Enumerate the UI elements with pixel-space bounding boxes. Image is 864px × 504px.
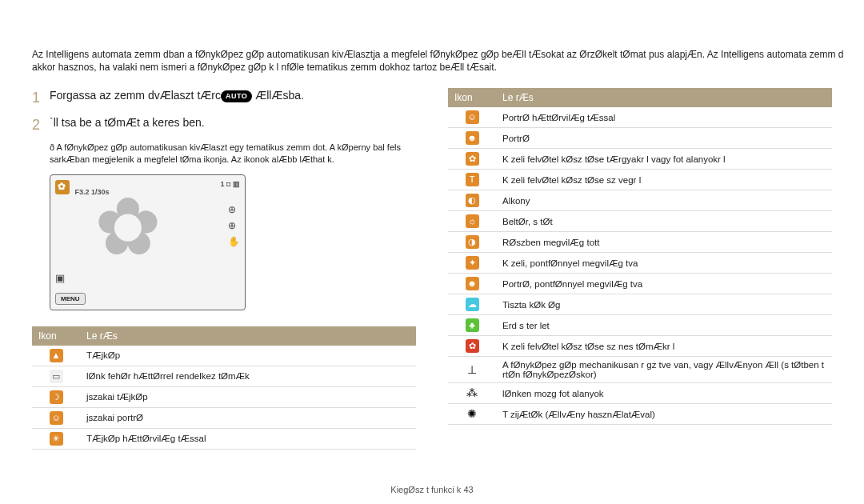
step-number: 1 — [32, 88, 43, 108]
scene-icon: ☼ — [466, 214, 479, 228]
scene-icon: ♣ — [466, 318, 479, 332]
icon-cell: ✿ — [448, 336, 496, 357]
footer-page: 43 — [463, 485, 473, 494]
scene-icon: ◑ — [466, 235, 479, 249]
desc-cell: K zeli, pontfØnnyel megvilÆg tva — [496, 253, 832, 274]
icon-cell: ☻ — [448, 128, 496, 149]
table-row: ◑RØszben megvilÆg tott — [448, 232, 832, 253]
desc-cell: K zeli felvØtel kØsz tØse tÆrgyakr l vag… — [496, 149, 832, 170]
mode-dial-icon: AUTO — [221, 90, 252, 102]
table-row: ▲TÆjkØp — [32, 346, 416, 366]
desc-cell: TÆjkØp hÆttØrvilÆg tÆssal — [80, 428, 416, 449]
table-row: ☽jszakai tÆjkØp — [32, 386, 416, 407]
scene-icon: ◐ — [466, 194, 479, 207]
table-row: ✿K zeli felvØtel kØsz tØse tÆrgyakr l va… — [448, 149, 832, 170]
desc-cell: K zeli felvØtel kØsz tØse sz nes tØmÆkr … — [496, 336, 832, 357]
camera-preview: F3.2 1/30s 1 ◘ ▥ ✿ ⊛ ⊕ ✋ ▣ MENU — [50, 174, 246, 310]
step1-post: ÆllÆsba. — [252, 89, 304, 102]
preview-topright: 1 ◘ ▥ — [221, 180, 240, 196]
scene-icon: ☻ — [466, 131, 479, 145]
desc-cell: PortrØ — [496, 128, 832, 149]
right-column: Ikon Le rÆs ☺PortrØ hÆttØrvilÆg tÆssal☻P… — [448, 88, 832, 449]
table-row: ⊥A fØnykØpez gØp mechanikusan r gz tve v… — [448, 357, 832, 383]
step-1: 1 Forgassa az zemm dvÆlaszt tÆrcAUTO Æll… — [32, 88, 416, 108]
scene-icon: ☺ — [50, 411, 63, 425]
desc-cell: TÆjkØp — [80, 346, 416, 366]
desc-cell: A fØnykØpez gØp mechanikusan r gz tve va… — [496, 357, 832, 383]
step1-pre: Forgassa az zemm dvÆlaszt tÆrc — [50, 89, 221, 102]
icon-cell: ◐ — [448, 190, 496, 211]
scene-icon: ☀ — [50, 432, 63, 446]
hand-icon: ✋ — [228, 236, 240, 247]
intro-paragraph: Az Intelligens automata zemm dban a fØny… — [32, 48, 848, 74]
page-footer: KiegØsz t funkci k 43 — [0, 485, 864, 494]
desc-cell: Tiszta kØk Øg — [496, 294, 832, 315]
th-icon: Ikon — [32, 326, 80, 346]
shot-count: 1 — [221, 180, 225, 188]
desc-cell: jszakai portrØ — [80, 407, 416, 428]
th-icon: Ikon — [448, 88, 496, 107]
scene-icon: ▲ — [50, 349, 63, 362]
scene-icon: ✦ — [466, 256, 479, 270]
desc-cell: K zeli felvØtel kØsz tØse sz vegr l — [496, 170, 832, 190]
scene-icon: ✿ — [466, 152, 479, 166]
th-desc: Le rÆs — [496, 88, 832, 107]
desc-cell: BeltØr, s tØt — [496, 211, 832, 232]
preview-right-icons: ⊛ ⊕ ✋ — [228, 204, 240, 247]
macro-icon — [55, 180, 70, 194]
table-row: ✦K zeli, pontfØnnyel megvilÆg tva — [448, 253, 832, 274]
scene-icon: ⊥ — [466, 363, 479, 377]
desc-cell: Erd s ter let — [496, 315, 832, 336]
flower-silhouette: ✿ — [94, 193, 214, 305]
icon-cell: T — [448, 170, 496, 190]
scene-icon: ☺ — [466, 110, 479, 124]
table-row: ☻PortrØ, pontfØnnyel megvilÆg tva — [448, 274, 832, 294]
scene-icon: ⁂ — [466, 386, 479, 400]
step-2: 2 `ll tsa be a tØmÆt a keres ben. — [32, 115, 416, 135]
icon-cell: ▲ — [32, 346, 80, 366]
icon-cell: ☁ — [448, 294, 496, 315]
scene-icon: ☽ — [50, 390, 63, 404]
table-row: ✺T zijÆtØk (ÆllvÆny hasznÆlatÆval) — [448, 404, 832, 425]
icon-table-left: Ikon Le rÆs ▲TÆjkØp▭lØnk fehØr hÆttØrrel… — [32, 326, 416, 450]
icon-cell: ⁂ — [448, 383, 496, 404]
table-row: ☀TÆjkØp hÆttØrvilÆg tÆssal — [32, 428, 416, 449]
icon-cell: ☼ — [448, 211, 496, 232]
scene-icon: ▭ — [50, 370, 63, 383]
table-row: ⁂ lØnken mozg fot alanyok — [448, 383, 832, 404]
table-row: ☻PortrØ — [448, 128, 832, 149]
icon-cell: ▭ — [32, 366, 80, 386]
icon-cell: ☽ — [32, 386, 80, 407]
zoom-icon: ⊕ — [228, 220, 240, 231]
flash-icon: ⊛ — [228, 204, 240, 215]
table-row: ☺jszakai portrØ — [32, 407, 416, 428]
desc-cell: jszakai tÆjkØp — [80, 386, 416, 407]
icon-cell: ◑ — [448, 232, 496, 253]
footer-label: KiegØsz t funkci k — [390, 485, 461, 494]
scene-icon: ☻ — [466, 277, 479, 290]
table-row: ☼BeltØr, s tØt — [448, 211, 832, 232]
icon-cell: ☺ — [448, 107, 496, 128]
scene-icon: T — [466, 173, 479, 186]
table-row: ▭lØnk fehØr hÆttØrrel rendelkez tØmÆk — [32, 366, 416, 386]
camera-icon: ▣ — [55, 272, 65, 284]
step-number: 2 — [32, 115, 43, 135]
icon-cell: ⊥ — [448, 357, 496, 383]
menu-button[interactable]: MENU — [55, 293, 86, 305]
icon-cell: ♣ — [448, 315, 496, 336]
step-text: Forgassa az zemm dvÆlaszt tÆrcAUTO ÆllÆs… — [50, 88, 416, 108]
desc-cell: lØnk fehØr hÆttØrrel rendelkez tØmÆk — [80, 366, 416, 386]
step-text: `ll tsa be a tØmÆt a keres ben. — [50, 115, 416, 135]
table-row: TK zeli felvØtel kØsz tØse sz vegr l — [448, 170, 832, 190]
table-row: ☁Tiszta kØk Øg — [448, 294, 832, 315]
desc-cell: PortrØ, pontfØnnyel megvilÆg tva — [496, 274, 832, 294]
icon-cell: ✺ — [448, 404, 496, 425]
desc-cell: T zijÆtØk (ÆllvÆny hasznÆlatÆval) — [496, 404, 832, 425]
left-column: 1 Forgassa az zemm dvÆlaszt tÆrcAUTO Æll… — [32, 88, 416, 449]
scene-icon: ☁ — [466, 298, 479, 311]
table-row: ☺PortrØ hÆttØrvilÆg tÆssal — [448, 107, 832, 128]
desc-cell: RØszben megvilÆg tott — [496, 232, 832, 253]
scene-icon: ✺ — [466, 407, 479, 421]
icon-table-right: Ikon Le rÆs ☺PortrØ hÆttØrvilÆg tÆssal☻P… — [448, 88, 832, 425]
icon-cell: ☻ — [448, 274, 496, 294]
